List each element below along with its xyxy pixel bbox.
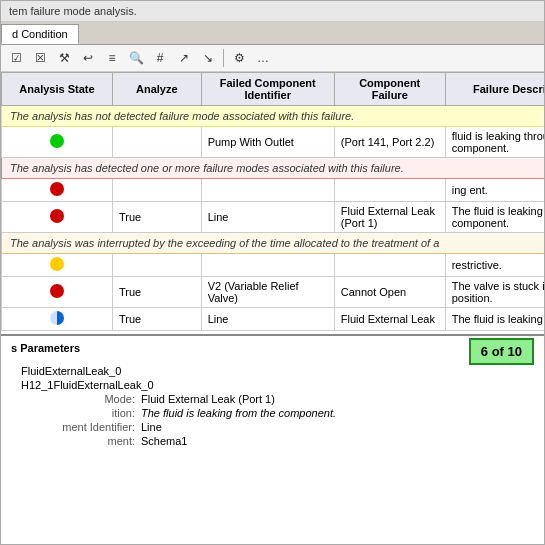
status-dot-spinning-6 — [50, 311, 64, 325]
notification-text-2: The analysis has detected one or more fa… — [2, 158, 545, 179]
analyze-cell-6: True — [112, 308, 201, 331]
table-row-1[interactable]: Pump With Outlet (Port 141, Port 2.2) fl… — [2, 127, 545, 158]
table-row-4[interactable]: restrictive. — [2, 254, 545, 277]
comp-failure-cell-2 — [334, 179, 445, 202]
toolbar-settings-btn[interactable]: ⚙ — [228, 47, 250, 69]
table-row-5[interactable]: True V2 (Variable Relief Valve) Cannot O… — [2, 277, 545, 308]
table-section: Analysis State Analyze Failed Component … — [1, 72, 544, 334]
toolbar-back-btn[interactable]: ↩ — [77, 47, 99, 69]
analysis-state-cell-5 — [2, 277, 113, 308]
param-label-mode: Mode: — [11, 393, 141, 405]
toolbar-close-btn[interactable]: ☒ — [29, 47, 51, 69]
param-value-element: Schema1 — [141, 435, 187, 447]
failure-desc-cell-4: restrictive. — [445, 254, 544, 277]
failure-desc-cell-2: ing ent. — [445, 179, 544, 202]
notification-row-2: The analysis has detected one or more fa… — [2, 158, 545, 179]
param-row-element: ment: Schema1 — [11, 435, 534, 447]
failed-comp-cell-1: Pump With Outlet — [201, 127, 334, 158]
title-text: tem failure mode analysis. — [9, 5, 137, 17]
param-row-mode: Mode: Fluid External Leak (Port 1) — [11, 393, 534, 405]
comp-failure-cell-5: Cannot Open — [334, 277, 445, 308]
notification-row-1: The analysis has not detected failure mo… — [2, 106, 545, 127]
toolbar-separator — [223, 49, 224, 67]
col-header-comp-failure: Component Failure — [334, 73, 445, 106]
tab-bar: d Condition — [1, 22, 544, 45]
toolbar: ☑ ☒ ⚒ ↩ ≡ 🔍 # ↗ ↘ ⚙ … — [1, 45, 544, 72]
failure-desc-cell-5: The valve is stuck in closed position. — [445, 277, 544, 308]
param-label-element: ment: — [11, 435, 141, 447]
notification-text-3: The analysis was interrupted by the exce… — [2, 233, 545, 254]
title-bar: tem failure mode analysis. — [1, 1, 544, 22]
status-dot-red-3 — [50, 209, 64, 223]
main-window: tem failure mode analysis. d Condition ☑… — [0, 0, 545, 545]
col-header-analyze: Analyze — [112, 73, 201, 106]
analyze-cell-4 — [112, 254, 201, 277]
comp-failure-cell-3: Fluid External Leak (Port 1) — [334, 202, 445, 233]
col-header-failure-desc: Failure Description — [445, 73, 544, 106]
toolbar-import-btn[interactable]: ↘ — [197, 47, 219, 69]
analysis-state-cell-2 — [2, 179, 113, 202]
failed-comp-cell-4 — [201, 254, 334, 277]
bottom-panel-inner: s Parameters 6 of 10 FluidExternalLeak_0… — [11, 342, 534, 447]
tab-condition[interactable]: d Condition — [1, 24, 79, 44]
toolbar-search-btn[interactable]: 🔍 — [125, 47, 147, 69]
analyze-cell-5: True — [112, 277, 201, 308]
param-row-condition: ition: The fluid is leaking from the com… — [11, 407, 534, 419]
failed-comp-cell-2 — [201, 179, 334, 202]
failure-desc-cell-1: fluid is leaking through the component. — [445, 127, 544, 158]
analysis-state-cell-6 — [2, 308, 113, 331]
table-row-2[interactable]: ing ent. — [2, 179, 545, 202]
analyze-cell-3: True — [112, 202, 201, 233]
param-label-identifier: ment Identifier: — [11, 421, 141, 433]
failed-comp-cell-5: V2 (Variable Relief Valve) — [201, 277, 334, 308]
bottom-panel: s Parameters 6 of 10 FluidExternalLeak_0… — [1, 334, 544, 544]
toolbar-list-btn[interactable]: ≡ — [101, 47, 123, 69]
table-wrapper[interactable]: Analysis State Analyze Failed Component … — [1, 72, 544, 334]
failed-comp-cell-6: Line — [201, 308, 334, 331]
status-dot-yellow-4 — [50, 257, 64, 271]
param-row-identifier: ment Identifier: Line — [11, 421, 534, 433]
bottom-panel-title-text: s Parameters — [11, 342, 80, 354]
toolbar-more-btn[interactable]: … — [252, 47, 274, 69]
analyze-cell-1 — [112, 127, 201, 158]
failed-comp-cell-3: Line — [201, 202, 334, 233]
status-dot-red-2 — [50, 182, 64, 196]
toolbar-export-btn[interactable]: ↗ — [173, 47, 195, 69]
param-value-condition: The fluid is leaking from the component. — [141, 407, 336, 419]
counter-badge: 6 of 10 — [469, 338, 534, 365]
main-content: Analysis State Analyze Failed Component … — [1, 72, 544, 544]
param-value-identifier: Line — [141, 421, 162, 433]
toolbar-tool-btn[interactable]: ⚒ — [53, 47, 75, 69]
param-value-mode: Fluid External Leak (Port 1) — [141, 393, 275, 405]
toolbar-checkbox-btn[interactable]: ☑ — [5, 47, 27, 69]
notification-text-1: The analysis has not detected failure mo… — [2, 106, 545, 127]
analysis-state-cell-3 — [2, 202, 113, 233]
status-dot-red-5 — [50, 284, 64, 298]
status-dot-green-1 — [50, 134, 64, 148]
comp-failure-cell-1: (Port 141, Port 2.2) — [334, 127, 445, 158]
param-label-condition: ition: — [11, 407, 141, 419]
analysis-state-cell-4 — [2, 254, 113, 277]
analysis-table: Analysis State Analyze Failed Component … — [1, 72, 544, 331]
failure-desc-cell-3: The fluid is leaking from the component. — [445, 202, 544, 233]
toolbar-hash-btn[interactable]: # — [149, 47, 171, 69]
analysis-state-cell-1 — [2, 127, 113, 158]
notification-row-4: The analysis was interrupted by the exce… — [2, 233, 545, 254]
table-row-3[interactable]: True Line Fluid External Leak (Port 1) T… — [2, 202, 545, 233]
col-header-analysis-state: Analysis State — [2, 73, 113, 106]
analyze-cell-2 — [112, 179, 201, 202]
comp-failure-cell-4 — [334, 254, 445, 277]
table-row-6[interactable]: True Line Fluid External Leak The fluid … — [2, 308, 545, 331]
comp-failure-cell-6: Fluid External Leak — [334, 308, 445, 331]
failure-desc-cell-6: The fluid is leaking — [445, 308, 544, 331]
standalone-1: FluidExternalLeak_0 — [21, 365, 534, 377]
col-header-failed-comp: Failed Component Identifier — [201, 73, 334, 106]
standalone-2: H12_1FluidExternalLeak_0 — [21, 379, 534, 391]
